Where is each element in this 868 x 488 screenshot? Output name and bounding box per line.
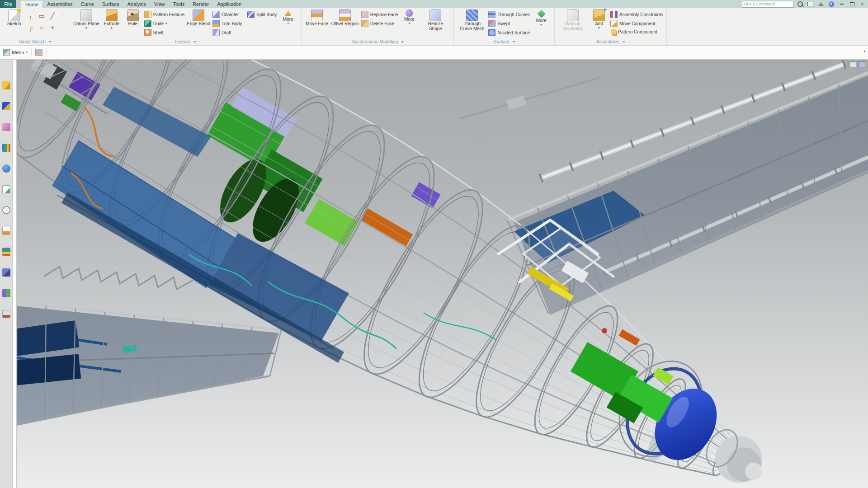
unite-button[interactable]: Unite ▾ [144,20,184,27]
system-scenes-icon[interactable] [2,310,10,318]
move-component-button[interactable]: Move Component [610,20,663,27]
tab-render[interactable]: Render [189,0,213,8]
tab-application[interactable]: Application [213,0,245,8]
manufacturing-wizard-icon[interactable] [2,248,10,256]
tab-tools[interactable]: Tools [169,0,189,8]
chevron-down-icon: ▾ [598,27,600,29]
shell-button[interactable]: Shell [144,29,184,36]
through-curves-button[interactable]: Through Curves [488,11,530,18]
chamfer-button[interactable]: Chamfer [212,11,242,18]
resource-bar-sash[interactable] [12,60,17,488]
draft-icon [212,29,220,36]
menu-icon [3,49,10,56]
graphics-window-restore-icon[interactable] [859,61,865,67]
close-button[interactable]: × [859,1,866,7]
pattern-component-button[interactable]: Pattern Component [610,29,663,35]
more-icon [406,9,413,17]
work-in-assembly-button[interactable]: Work in Assembly [558,9,588,32]
tab-curve[interactable]: Curve [77,0,98,8]
border-bar-overflow-icon[interactable]: ▾ [863,49,865,53]
group-label-direct-sketch: Direct Sketch [19,39,45,44]
unite-icon [144,20,151,27]
file-tab[interactable]: File [0,0,16,8]
move-face-icon [311,9,323,21]
pattern-feature-button[interactable]: Pattern Feature [144,11,184,18]
feature-more-button[interactable]: More ▾ [278,9,298,25]
synchronous-more-button[interactable]: More ▾ [399,9,419,25]
graphics-window-minimize-icon[interactable] [849,61,856,67]
sketch-button[interactable]: Sketch [4,9,24,27]
surface-more-button[interactable]: More ▾ [531,9,551,26]
trim-body-button[interactable]: Trim Body [212,20,242,27]
delete-face-icon [361,20,368,27]
resource-bar [0,60,12,488]
graphics-viewport[interactable] [17,60,868,488]
fullscreen-icon[interactable] [807,1,814,7]
web-browser-icon[interactable] [2,185,10,193]
chevron-down-icon[interactable]: ▾ [194,40,196,44]
chevron-down-icon: ▾ [85,27,87,29]
through-curve-mesh-icon [466,9,478,21]
move-face-button[interactable]: Move Face [305,9,329,27]
chevron-down-icon: ▾ [26,51,28,54]
chevron-down-icon[interactable]: ▾ [623,40,625,44]
hd3d-tools-icon[interactable] [2,164,10,173]
split-body-button[interactable]: Split Body [247,11,277,18]
ribbon-group-direct-sketch: Sketch ╮▭╱╭○+ ⋮ Direct Sketch ▾ [1,8,69,45]
move-component-icon [610,20,618,27]
tab-surface[interactable]: Surface [98,0,123,8]
selection-filter-icon[interactable] [35,49,42,56]
profile-icon[interactable]: ╮ [25,10,36,22]
find-command-input[interactable] [742,1,793,8]
process-studio-icon[interactable] [2,227,10,235]
circle-icon[interactable]: ○ [36,22,47,33]
part-navigator-icon[interactable] [2,123,10,131]
roles-icon[interactable] [2,268,10,277]
replace-face-button[interactable]: Replace Face [361,11,398,18]
realize-shape-icon [429,9,441,21]
point-icon[interactable]: + [47,22,58,33]
realize-shape-button[interactable]: Realize Shape [420,9,450,32]
restore-button[interactable] [848,1,856,7]
tab-view[interactable]: View [150,0,169,8]
datum-plane-button[interactable]: Datum Plane ▾ [72,9,100,29]
assembly-constraints-button[interactable]: Assembly Constraints [610,11,663,18]
through-curve-mesh-button[interactable]: Through Curve Mesh [457,9,487,32]
offset-region-icon [339,9,351,21]
draft-button[interactable]: Draft [212,29,242,36]
hole-button[interactable]: Hole [123,9,143,27]
system-materials-icon[interactable] [2,289,10,297]
tab-analysis[interactable]: Analysis [123,0,150,8]
hole-icon [127,9,139,21]
display-mode-icon[interactable] [817,1,825,7]
add-component-button[interactable]: Add ▾ [589,9,609,29]
swept-button[interactable]: Swept [488,20,530,27]
overflow-dots-icon[interactable]: ⋮ [59,9,66,16]
edge-blend-button[interactable]: Edge Blend [186,9,211,27]
delete-face-button[interactable]: Delete Face [361,20,398,27]
chevron-down-icon[interactable]: ▾ [513,40,514,44]
ribbon-group-synchronous-modeling: Move Face Offset Region Replace Face Del… [302,8,454,45]
tab-home[interactable]: Home [21,0,43,8]
aircraft-structural-assembly-model[interactable] [17,60,868,488]
offset-region-button[interactable]: Offset Region [330,9,360,27]
search-icon[interactable] [796,1,804,7]
help-icon[interactable]: ? [827,1,835,7]
line-icon[interactable]: ╱ [47,10,58,22]
constraint-navigator-icon[interactable] [2,102,10,110]
n-sided-surface-button[interactable]: N-sided Surface [488,29,530,36]
replace-face-icon [361,11,368,18]
tab-assemblies[interactable]: Assemblies [43,0,76,8]
extrude-icon [106,9,118,21]
assembly-navigator-icon[interactable] [2,81,10,89]
chevron-down-icon[interactable]: ▾ [401,40,403,44]
history-icon[interactable] [2,206,10,214]
menu-button[interactable]: Menu ▾ [3,49,28,56]
rectangle-icon[interactable]: ▭ [36,10,47,22]
top-border-bar: Menu ▾ ▾ [0,46,868,60]
extrude-button[interactable]: Extrude ▾ [102,9,122,29]
reuse-library-icon[interactable] [2,144,10,152]
chevron-down-icon[interactable]: ▾ [49,40,51,44]
arc-icon[interactable]: ╭ [25,22,36,33]
minimize-button[interactable] [838,1,845,7]
